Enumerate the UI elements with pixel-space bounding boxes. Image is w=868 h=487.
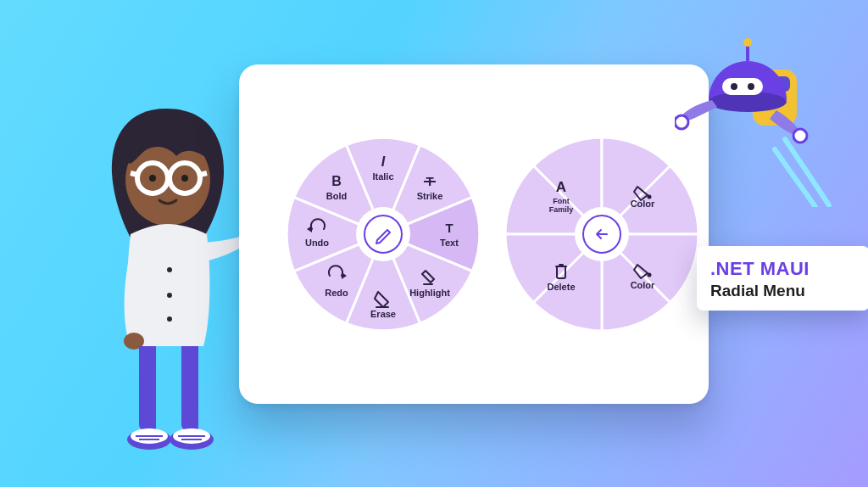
hero-stage: I Italic T Strike [0, 0, 868, 487]
font-icon: A [556, 179, 566, 195]
bold-icon: B [331, 174, 342, 188]
radial-item-label: Delete [547, 282, 575, 292]
radial-menu-submenu: A Font Family Color [505, 137, 698, 331]
radial-menu-formatting: I Italic T Strike [287, 137, 480, 331]
svg-point-4 [181, 175, 188, 182]
radial-item-label: Italic [372, 171, 393, 182]
svg-point-36 [748, 83, 754, 90]
svg-point-28 [648, 273, 652, 277]
italic-icon: I [381, 154, 386, 169]
svg-point-5 [167, 267, 172, 272]
svg-point-7 [167, 316, 172, 322]
svg-point-35 [731, 83, 737, 90]
product-callout: .NET MAUI Radial Menu [697, 246, 868, 311]
svg-text:T: T [445, 221, 453, 235]
svg-text:I: I [381, 154, 386, 169]
svg-point-38 [793, 129, 807, 143]
radial-item-label: Font [553, 197, 570, 205]
radial-item-label: Family [549, 205, 574, 214]
svg-point-33 [743, 38, 752, 47]
callout-title: .NET MAUI [710, 258, 856, 280]
radial-item-label: Strike [417, 191, 443, 201]
radial-item-label: Highlight [409, 288, 450, 298]
radial-item-label: Redo [325, 288, 348, 298]
svg-point-37 [675, 115, 688, 129]
presenter-figure [75, 100, 261, 456]
svg-point-3 [149, 175, 156, 182]
svg-rect-34 [722, 78, 763, 95]
radial-item-label: Bold [326, 191, 347, 201]
radial-item-label: Color [631, 199, 655, 209]
svg-point-6 [167, 293, 172, 298]
radial-item-label: Color [631, 280, 655, 290]
svg-text:A: A [556, 179, 566, 195]
radial-item-label: Text [440, 238, 459, 248]
text-icon: T [445, 221, 453, 235]
radial-item-label: Erase [370, 309, 396, 319]
radial-item-label: Undo [305, 238, 329, 248]
callout-subtitle: Radial Menu [710, 282, 856, 300]
demo-panel: I Italic T Strike [239, 64, 709, 404]
mascot-robot [675, 37, 836, 207]
svg-text:B: B [331, 174, 342, 188]
